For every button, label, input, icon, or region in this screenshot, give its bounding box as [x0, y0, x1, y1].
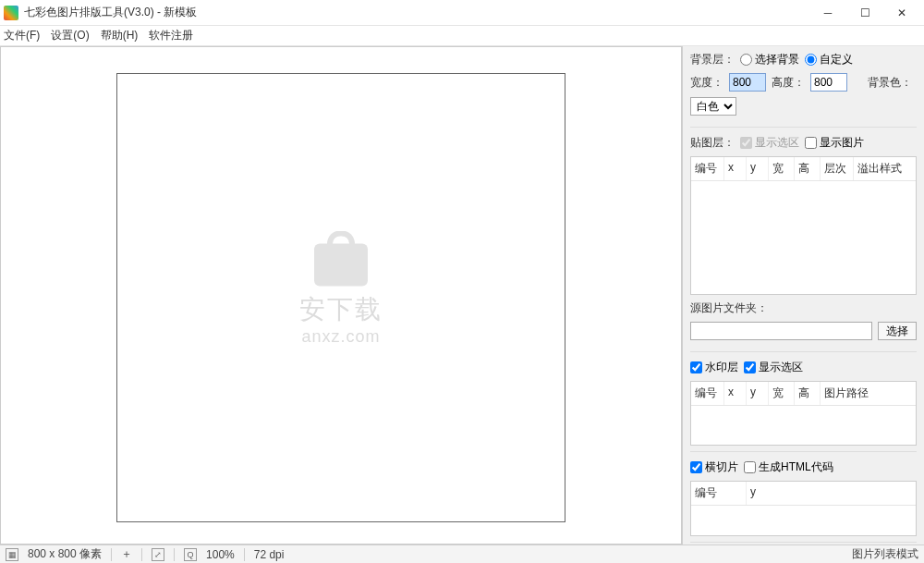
wm-col-path: 图片路径 [821, 382, 916, 405]
menu-file[interactable]: 文件(F) [4, 28, 40, 43]
src-folder-input[interactable] [690, 322, 872, 340]
watermark-table[interactable]: 编号 x y 宽 高 图片路径 [690, 381, 917, 446]
side-panel: 背景层： 选择背景 自定义 宽度： 高度： 背景色： 白色 贴图层： 显示选区 … [682, 46, 924, 545]
minimize-button[interactable]: ─ [809, 2, 846, 24]
chk-wm-show-selection[interactable]: 显示选区 [744, 360, 803, 375]
section-watermark-layer: 水印层 显示选区 编号 x y 宽 高 图片路径 [690, 360, 917, 452]
canvas[interactable]: 安下载 anxz.com [116, 73, 565, 522]
wm-col-h: 高 [795, 382, 821, 405]
window-title: 七彩色图片排版工具(V3.0) - 新模板 [24, 5, 809, 20]
slice-col-y: y [747, 482, 916, 505]
col-overflow: 溢出样式 [854, 157, 916, 180]
menu-settings[interactable]: 设置(O) [51, 28, 89, 43]
zoom-out-icon[interactable]: ＋ [121, 546, 132, 562]
menu-bar: 文件(F) 设置(O) 帮助(H) 软件注册 [0, 26, 924, 46]
watermark-text2: anxz.com [299, 327, 383, 347]
canvas-area: 安下载 anxz.com [0, 46, 682, 545]
radio-custom-bg[interactable]: 自定义 [805, 52, 853, 67]
chk-watermark-layer[interactable]: 水印层 [690, 360, 738, 375]
chk-show-selection[interactable]: 显示选区 [740, 135, 799, 151]
zoom-actual-icon[interactable]: Q [184, 548, 197, 561]
col-layer: 层次 [821, 157, 854, 180]
section-slice: 横切片 生成HTML代码 编号 y [690, 459, 917, 543]
status-dpi: 72 dpi [254, 548, 285, 561]
menu-help[interactable]: 帮助(H) [101, 28, 139, 43]
paste-layer-label: 贴图层： [690, 135, 735, 151]
section-paste-layer: 贴图层： 显示选区 显示图片 编号 x y 宽 高 层次 溢出样式 源图片文件夹… [690, 135, 917, 352]
watermark-text1: 安下载 [299, 292, 383, 327]
close-button[interactable]: ✕ [883, 2, 920, 24]
width-label: 宽度： [690, 75, 723, 91]
wm-col-y: y [747, 382, 769, 405]
radio-select-bg[interactable]: 选择背景 [740, 52, 799, 67]
status-mode: 图片列表模式 [852, 546, 918, 562]
chk-show-image[interactable]: 显示图片 [805, 135, 864, 151]
src-folder-label: 源图片文件夹： [690, 300, 768, 316]
menu-register[interactable]: 软件注册 [149, 28, 193, 43]
width-input[interactable] [729, 73, 766, 92]
bgcolor-select[interactable]: 白色 [690, 97, 736, 116]
height-input[interactable] [810, 73, 847, 92]
slice-table[interactable]: 编号 y [690, 481, 917, 536]
app-icon [4, 6, 18, 20]
zoom-fit-icon[interactable]: ⤢ [152, 548, 164, 561]
chk-gen-html[interactable]: 生成HTML代码 [744, 459, 833, 475]
col-y: y [747, 157, 769, 180]
bg-layer-label: 背景层： [690, 52, 735, 67]
status-zoom: 100% [206, 548, 235, 561]
col-id: 编号 [691, 157, 724, 180]
status-icon: ▦ [6, 548, 18, 561]
col-w: 宽 [769, 157, 795, 180]
status-dimensions: 800 x 800 像素 [28, 546, 102, 562]
chk-slice[interactable]: 横切片 [690, 459, 738, 475]
maximize-button[interactable]: ☐ [846, 2, 883, 24]
src-folder-browse-button[interactable]: 选择 [878, 322, 917, 340]
bgcolor-label: 背景色： [868, 75, 912, 91]
col-h: 高 [795, 157, 821, 180]
wm-col-w: 宽 [769, 382, 795, 405]
slice-col-id: 编号 [691, 482, 747, 505]
col-x: x [724, 157, 747, 180]
height-label: 高度： [772, 75, 805, 91]
wm-col-id: 编号 [691, 382, 724, 405]
status-bar: ▦ 800 x 800 像素 ＋ ⤢ Q 100% 72 dpi 图片列表模式 [0, 545, 924, 563]
title-bar: 七彩色图片排版工具(V3.0) - 新模板 ─ ☐ ✕ [0, 0, 924, 26]
watermark: 安下载 anxz.com [299, 231, 383, 347]
section-background: 背景层： 选择背景 自定义 宽度： 高度： 背景色： 白色 [690, 52, 917, 128]
paste-table[interactable]: 编号 x y 宽 高 层次 溢出样式 [690, 156, 917, 295]
wm-col-x: x [724, 382, 747, 405]
